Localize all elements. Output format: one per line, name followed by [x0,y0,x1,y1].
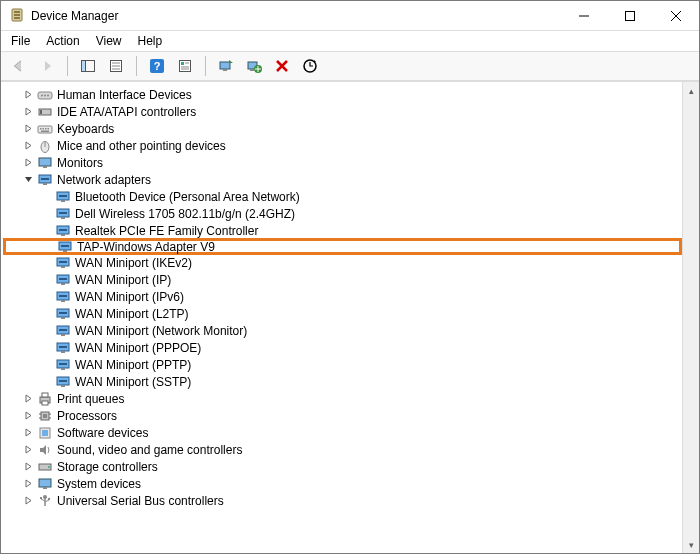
scan-hardware-button[interactable] [298,54,322,78]
properties-button[interactable] [104,54,128,78]
tree-label: WAN Miniport (PPPOE) [75,341,201,355]
close-button[interactable] [653,1,699,31]
svg-rect-84 [42,401,48,405]
tree-node-processors[interactable]: Processors [3,407,682,424]
svg-rect-80 [61,385,65,387]
network-adapter-icon [55,323,71,339]
printer-icon [37,391,53,407]
expand-icon[interactable] [21,392,35,406]
update-driver-button[interactable] [214,54,238,78]
tree-node-ide[interactable]: IDE ATA/ATAPI controllers [3,103,682,120]
svg-rect-60 [59,261,67,263]
minimize-button[interactable] [561,1,607,31]
tree-node-network-adapters[interactable]: Network adapters [3,171,682,188]
tree-label: WAN Miniport (IKEv2) [75,256,192,270]
expand-icon[interactable] [21,88,35,102]
menu-file[interactable]: File [11,34,30,48]
tree-label: Storage controllers [57,460,158,474]
menu-action[interactable]: Action [46,34,79,48]
tree-node-tap-windows[interactable]: TAP-Windows Adapter V9 [3,238,682,255]
network-adapter-icon [55,306,71,322]
tree-node-wan-netmon[interactable]: WAN Miniport (Network Monitor) [3,322,682,339]
tree-node-print-queues[interactable]: Print queues [3,390,682,407]
expand-icon[interactable] [21,443,35,457]
expand-icon[interactable] [21,460,35,474]
tree-node-usb[interactable]: Universal Serial Bus controllers [3,492,682,509]
expand-icon[interactable] [21,426,35,440]
vertical-scrollbar[interactable]: ▴ ▾ [682,82,699,553]
svg-rect-48 [59,195,67,197]
tree-node-bluetooth-pan[interactable]: Bluetooth Device (Personal Area Network) [3,188,682,205]
expand-icon[interactable] [21,156,35,170]
svg-rect-57 [61,245,69,247]
tree-container: Human Interface Devices IDE ATA/ATAPI co… [1,81,699,553]
tree-node-wan-l2tp[interactable]: WAN Miniport (L2TP) [3,305,682,322]
tree-label: IDE ATA/ATAPI controllers [57,105,196,119]
maximize-button[interactable] [607,1,653,31]
svg-point-102 [48,497,50,499]
tree-node-realtek-pcie[interactable]: Realtek PCIe FE Family Controller [3,222,682,239]
network-adapter-icon [55,206,71,222]
svg-rect-77 [61,368,65,370]
help-button[interactable]: ? [145,54,169,78]
titlebar: Device Manager [1,1,699,31]
tree-node-sound[interactable]: Sound, video and game controllers [3,441,682,458]
tree-node-monitors[interactable]: Monitors [3,154,682,171]
ide-icon [37,104,53,120]
tree-label: WAN Miniport (PPTP) [75,358,191,372]
tree-node-system-devices[interactable]: System devices [3,475,682,492]
tree-label: Bluetooth Device (Personal Area Network) [75,190,300,204]
tree-label: Print queues [57,392,124,406]
tree-node-wan-ipv6[interactable]: WAN Miniport (IPv6) [3,288,682,305]
svg-rect-68 [61,317,65,319]
collapse-icon[interactable] [21,173,35,187]
back-button[interactable] [7,54,31,78]
menu-view[interactable]: View [96,34,122,48]
tree-label: Processors [57,409,117,423]
svg-rect-45 [41,178,49,180]
svg-rect-36 [45,128,47,130]
expand-icon[interactable] [21,494,35,508]
scroll-down-icon[interactable]: ▾ [683,536,699,553]
network-adapter-icon [55,289,71,305]
mouse-icon [37,138,53,154]
svg-rect-101 [40,497,42,499]
tree-node-storage[interactable]: Storage controllers [3,458,682,475]
tree-node-mice[interactable]: Mice and other pointing devices [3,137,682,154]
tree-node-software-devices[interactable]: Software devices [3,424,682,441]
svg-rect-37 [48,128,50,130]
tree-node-wan-sstp[interactable]: WAN Miniport (SSTP) [3,373,682,390]
expand-icon[interactable] [21,122,35,136]
tree-node-wan-ikev2[interactable]: WAN Miniport (IKEv2) [3,254,682,271]
expand-icon[interactable] [21,105,35,119]
svg-rect-34 [40,128,42,130]
svg-rect-44 [43,183,47,185]
software-icon [37,425,53,441]
expand-icon[interactable] [21,139,35,153]
svg-rect-32 [40,110,42,114]
tree-node-keyboards[interactable]: Keyboards [3,120,682,137]
tree-node-hid[interactable]: Human Interface Devices [3,86,682,103]
tree-node-wan-ip[interactable]: WAN Miniport (IP) [3,271,682,288]
network-adapter-icon [57,239,73,255]
svg-rect-72 [59,329,67,331]
action-button[interactable] [173,54,197,78]
tree-node-wan-pptp[interactable]: WAN Miniport (PPTP) [3,356,682,373]
svg-rect-9 [82,61,86,72]
svg-rect-2 [14,14,20,16]
disable-device-button[interactable] [270,54,294,78]
forward-button[interactable] [35,54,59,78]
expand-icon[interactable] [21,409,35,423]
toolbar-separator [205,56,206,76]
scroll-up-icon[interactable]: ▴ [683,82,699,99]
tree-node-wan-pppoe[interactable]: WAN Miniport (PPPOE) [3,339,682,356]
svg-rect-65 [61,300,65,302]
show-hide-console-button[interactable] [76,54,100,78]
menu-help[interactable]: Help [138,34,163,48]
expand-icon[interactable] [21,477,35,491]
uninstall-device-button[interactable] [242,54,266,78]
network-adapter-icon [55,357,71,373]
svg-rect-96 [43,487,47,489]
tree-node-dell-wireless[interactable]: Dell Wireless 1705 802.11b/g/n (2.4GHZ) [3,205,682,222]
device-tree[interactable]: Human Interface Devices IDE ATA/ATAPI co… [1,82,682,553]
